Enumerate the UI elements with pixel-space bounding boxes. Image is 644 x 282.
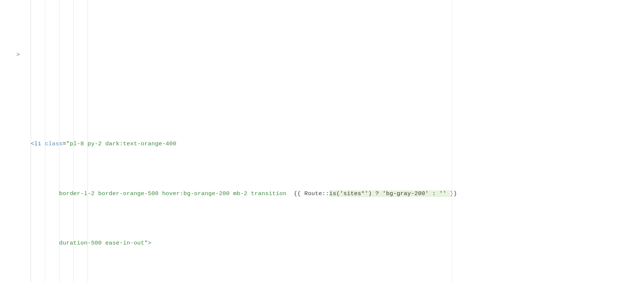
code-line — [16, 90, 644, 100]
code-line: <li class="pl-8 py-2 dark:text-orange-40… — [16, 139, 644, 149]
code-editor[interactable]: > <li class="pl-8 py-2 dark:text-orange-… — [0, 0, 644, 282]
code-line: border-l-2 border-orange-500 hover:bg-or… — [16, 189, 644, 199]
code-line: duration-500 ease-in-out"> — [16, 238, 644, 248]
code-line: > — [16, 50, 644, 60]
ruler — [452, 0, 452, 282]
